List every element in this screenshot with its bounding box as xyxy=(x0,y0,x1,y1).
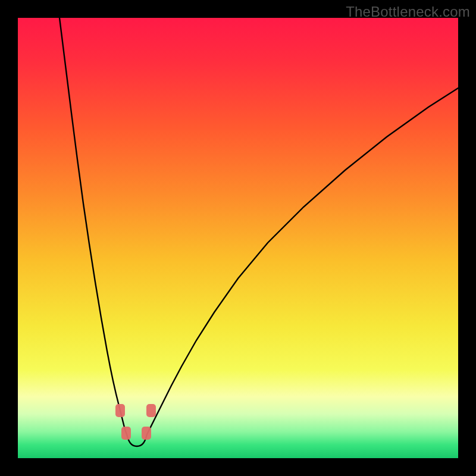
curve-right-branch xyxy=(147,88,458,434)
plot-area xyxy=(18,18,458,458)
curve-left-branch xyxy=(60,18,127,434)
watermark-text: TheBottleneck.com xyxy=(346,4,470,20)
curve-marker xyxy=(121,427,131,440)
curve-marker xyxy=(142,427,151,440)
curve-marker xyxy=(146,404,156,417)
curve-marker xyxy=(115,404,125,417)
chart-frame: TheBottleneck.com xyxy=(0,0,476,476)
bottleneck-curve xyxy=(18,18,458,458)
